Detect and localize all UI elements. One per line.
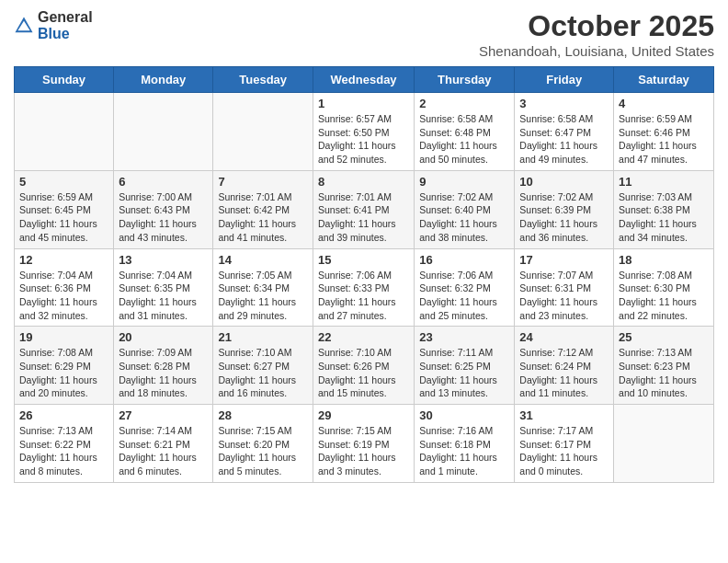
logo-icon [14, 16, 34, 36]
day-number: 1 [318, 97, 409, 110]
day-info: Sunrise: 7:16 AMSunset: 6:18 PMDaylight:… [419, 424, 509, 478]
calendar-cell: 4Sunrise: 6:59 AMSunset: 6:46 PMDaylight… [614, 93, 714, 171]
location-title: Shenandoah, Louisiana, United States [479, 43, 714, 59]
day-of-week-header: Tuesday [213, 67, 313, 93]
month-title: October 2025 [479, 9, 714, 43]
calendar-cell: 30Sunrise: 7:16 AMSunset: 6:18 PMDayligh… [415, 405, 515, 483]
logo: General Blue [14, 9, 93, 42]
day-number: 21 [218, 330, 308, 344]
calendar-week-row: 1Sunrise: 6:57 AMSunset: 6:50 PMDaylight… [15, 93, 714, 171]
calendar-cell: 6Sunrise: 7:00 AMSunset: 6:43 PMDaylight… [114, 170, 213, 248]
calendar-table: SundayMondayTuesdayWednesdayThursdayFrid… [14, 66, 714, 483]
calendar-cell: 25Sunrise: 7:13 AMSunset: 6:23 PMDayligh… [614, 327, 714, 405]
day-info: Sunrise: 6:57 AMSunset: 6:50 PMDaylight:… [318, 112, 409, 167]
day-of-week-header: Monday [114, 67, 213, 93]
calendar-week-row: 26Sunrise: 7:13 AMSunset: 6:22 PMDayligh… [15, 405, 714, 483]
calendar-cell: 11Sunrise: 7:03 AMSunset: 6:38 PMDayligh… [614, 170, 714, 248]
day-info: Sunrise: 7:08 AMSunset: 6:29 PMDaylight:… [19, 346, 108, 400]
day-number: 13 [119, 253, 208, 267]
calendar-cell: 14Sunrise: 7:05 AMSunset: 6:34 PMDayligh… [213, 248, 313, 327]
calendar-cell: 17Sunrise: 7:07 AMSunset: 6:31 PMDayligh… [515, 248, 614, 327]
day-info: Sunrise: 7:15 AMSunset: 6:20 PMDaylight:… [218, 424, 308, 478]
calendar-cell: 7Sunrise: 7:01 AMSunset: 6:42 PMDaylight… [213, 170, 313, 248]
day-of-week-header: Wednesday [313, 67, 414, 93]
day-info: Sunrise: 7:13 AMSunset: 6:23 PMDaylight:… [619, 346, 709, 400]
day-number: 27 [119, 408, 208, 422]
title-block: October 2025 Shenandoah, Louisiana, Unit… [479, 9, 714, 59]
day-info: Sunrise: 7:17 AMSunset: 6:17 PMDaylight:… [519, 424, 609, 478]
day-info: Sunrise: 7:09 AMSunset: 6:28 PMDaylight:… [119, 346, 208, 400]
day-info: Sunrise: 7:03 AMSunset: 6:38 PMDaylight:… [619, 190, 709, 245]
day-number: 30 [419, 408, 509, 422]
calendar-cell: 28Sunrise: 7:15 AMSunset: 6:20 PMDayligh… [213, 405, 313, 483]
day-number: 11 [619, 175, 709, 189]
calendar-cell: 15Sunrise: 7:06 AMSunset: 6:33 PMDayligh… [313, 248, 414, 327]
day-info: Sunrise: 7:01 AMSunset: 6:41 PMDaylight:… [318, 190, 409, 245]
day-number: 22 [318, 330, 409, 344]
calendar-cell: 2Sunrise: 6:58 AMSunset: 6:48 PMDaylight… [415, 93, 515, 171]
calendar-cell [213, 93, 313, 171]
day-number: 8 [318, 175, 409, 189]
calendar-cell: 31Sunrise: 7:17 AMSunset: 6:17 PMDayligh… [515, 405, 614, 483]
calendar-week-row: 5Sunrise: 6:59 AMSunset: 6:45 PMDaylight… [15, 170, 714, 248]
day-number: 7 [218, 175, 308, 189]
day-of-week-header: Sunday [15, 67, 114, 93]
day-number: 18 [619, 253, 709, 267]
calendar-cell [614, 405, 714, 483]
calendar-cell: 13Sunrise: 7:04 AMSunset: 6:35 PMDayligh… [114, 248, 213, 327]
day-info: Sunrise: 7:06 AMSunset: 6:32 PMDaylight:… [419, 269, 509, 323]
calendar-cell: 5Sunrise: 6:59 AMSunset: 6:45 PMDaylight… [15, 170, 114, 248]
day-number: 5 [19, 175, 108, 189]
day-number: 31 [519, 408, 609, 422]
calendar-cell [114, 93, 213, 171]
calendar-cell: 26Sunrise: 7:13 AMSunset: 6:22 PMDayligh… [15, 405, 114, 483]
calendar-cell: 12Sunrise: 7:04 AMSunset: 6:36 PMDayligh… [15, 248, 114, 327]
day-info: Sunrise: 7:04 AMSunset: 6:35 PMDaylight:… [119, 269, 208, 323]
calendar-week-row: 19Sunrise: 7:08 AMSunset: 6:29 PMDayligh… [15, 327, 714, 405]
day-number: 20 [119, 330, 208, 344]
day-info: Sunrise: 7:00 AMSunset: 6:43 PMDaylight:… [119, 190, 208, 245]
day-number: 16 [419, 253, 509, 267]
day-info: Sunrise: 7:12 AMSunset: 6:24 PMDaylight:… [519, 346, 609, 400]
calendar-cell: 10Sunrise: 7:02 AMSunset: 6:39 PMDayligh… [515, 170, 614, 248]
logo-text-general: General [38, 9, 93, 25]
calendar-cell: 27Sunrise: 7:14 AMSunset: 6:21 PMDayligh… [114, 405, 213, 483]
calendar-cell: 19Sunrise: 7:08 AMSunset: 6:29 PMDayligh… [15, 327, 114, 405]
day-number: 12 [19, 253, 108, 267]
calendar-cell: 8Sunrise: 7:01 AMSunset: 6:41 PMDaylight… [313, 170, 414, 248]
day-info: Sunrise: 7:02 AMSunset: 6:39 PMDaylight:… [519, 190, 609, 245]
day-number: 10 [519, 175, 609, 189]
day-info: Sunrise: 7:11 AMSunset: 6:25 PMDaylight:… [419, 346, 509, 400]
day-info: Sunrise: 7:08 AMSunset: 6:30 PMDaylight:… [619, 269, 709, 323]
day-info: Sunrise: 7:04 AMSunset: 6:36 PMDaylight:… [19, 269, 108, 323]
logo-text-blue: Blue [38, 26, 70, 41]
day-info: Sunrise: 7:10 AMSunset: 6:26 PMDaylight:… [318, 346, 409, 400]
calendar-cell: 16Sunrise: 7:06 AMSunset: 6:32 PMDayligh… [415, 248, 515, 327]
day-info: Sunrise: 6:58 AMSunset: 6:47 PMDaylight:… [519, 112, 609, 167]
day-info: Sunrise: 7:10 AMSunset: 6:27 PMDaylight:… [218, 346, 308, 400]
calendar-cell: 18Sunrise: 7:08 AMSunset: 6:30 PMDayligh… [614, 248, 714, 327]
day-info: Sunrise: 7:06 AMSunset: 6:33 PMDaylight:… [318, 269, 409, 323]
calendar-cell: 9Sunrise: 7:02 AMSunset: 6:40 PMDaylight… [415, 170, 515, 248]
day-number: 2 [419, 97, 509, 110]
calendar-header-row: SundayMondayTuesdayWednesdayThursdayFrid… [15, 67, 714, 93]
day-info: Sunrise: 6:59 AMSunset: 6:45 PMDaylight:… [19, 190, 108, 245]
day-number: 23 [419, 330, 509, 344]
day-info: Sunrise: 7:14 AMSunset: 6:21 PMDaylight:… [119, 424, 208, 478]
calendar-cell: 20Sunrise: 7:09 AMSunset: 6:28 PMDayligh… [114, 327, 213, 405]
day-of-week-header: Saturday [614, 67, 714, 93]
day-number: 15 [318, 253, 409, 267]
day-of-week-header: Thursday [415, 67, 515, 93]
day-number: 19 [19, 330, 108, 344]
day-number: 24 [519, 330, 609, 344]
day-number: 14 [218, 253, 308, 267]
day-info: Sunrise: 7:02 AMSunset: 6:40 PMDaylight:… [419, 190, 509, 245]
calendar-cell: 22Sunrise: 7:10 AMSunset: 6:26 PMDayligh… [313, 327, 414, 405]
day-number: 28 [218, 408, 308, 422]
day-info: Sunrise: 7:05 AMSunset: 6:34 PMDaylight:… [218, 269, 308, 323]
calendar-cell: 1Sunrise: 6:57 AMSunset: 6:50 PMDaylight… [313, 93, 414, 171]
page-header: General Blue October 2025 Shenandoah, Lo… [14, 9, 714, 59]
day-info: Sunrise: 6:58 AMSunset: 6:48 PMDaylight:… [419, 112, 509, 167]
day-number: 6 [119, 175, 208, 189]
day-number: 26 [19, 408, 108, 422]
